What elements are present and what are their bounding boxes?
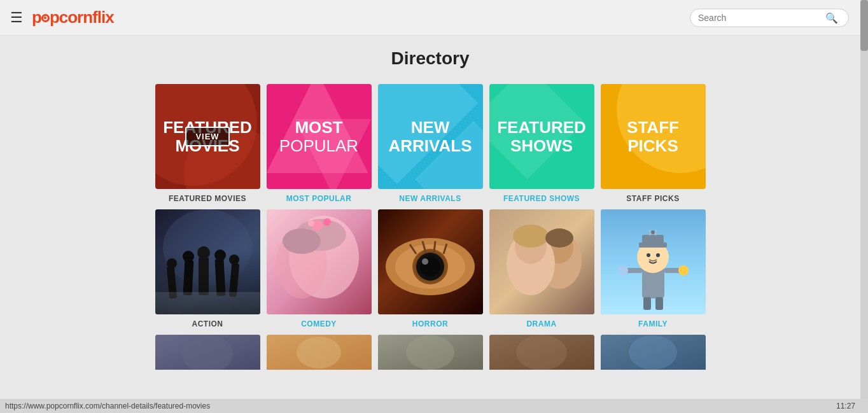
status-bar-url: https://www.popcornflix.com/channel-deta… (5, 402, 210, 410)
most-popular-text: MOSTPOPULAR (274, 113, 363, 160)
action-figures (162, 251, 254, 302)
top-category-grid: VIEW FEATUREDMOVIES FEATURED MOVIES MOST… (89, 84, 771, 203)
svg-rect-12 (155, 292, 260, 314)
svg-point-7 (197, 246, 210, 259)
svg-point-54 (656, 253, 660, 257)
genre-tile-comedy[interactable] (267, 209, 372, 314)
drama-label: DRAMA (526, 319, 556, 328)
new-arrivals-label: NEW ARRIVALS (399, 194, 461, 203)
bottom-tile-4-svg (489, 335, 594, 370)
featured-shows-label: FEATURED SHOWS (503, 194, 580, 203)
bottom-card-4[interactable] (489, 335, 594, 370)
svg-line-30 (434, 241, 435, 253)
status-bar: https://www.popcornflix.com/channel-deta… (0, 399, 868, 413)
logo-pcorn: pcornflix (50, 8, 114, 27)
logo-o1-circle (41, 14, 50, 22)
svg-rect-2 (166, 267, 176, 299)
bottom-card-3[interactable] (378, 335, 483, 370)
genre-photo-grid: ACTION (89, 209, 771, 328)
svg-point-27 (422, 258, 428, 265)
svg-rect-10 (228, 263, 239, 297)
svg-point-9 (214, 249, 226, 261)
header: ☰ ppcornflix 🔍 (0, 0, 868, 36)
search-input[interactable] (698, 13, 825, 23)
category-card-most-popular[interactable]: MOSTPOPULAR MOST POPULAR (267, 84, 372, 203)
featured-movies-label: FEATURED MOVIES (169, 194, 246, 203)
svg-point-46 (651, 230, 655, 234)
horror-image-svg (378, 209, 483, 314)
logo-text: ppcornflix (32, 8, 114, 27)
view-overlay: VIEW (185, 127, 229, 146)
bottom-tile-1-svg (155, 335, 260, 370)
genre-card-family[interactable]: FAMILY (601, 209, 706, 328)
bottom-tile-3[interactable] (378, 335, 483, 370)
genre-tile-action[interactable] (155, 209, 260, 314)
bottom-card-5[interactable] (601, 335, 706, 370)
search-container: 🔍 (690, 8, 849, 27)
action-label: ACTION (192, 319, 223, 328)
bottom-tile-2[interactable] (267, 335, 372, 370)
search-icon: 🔍 (825, 11, 838, 24)
status-bar-time: 11:27 (836, 402, 855, 410)
genre-tile-horror[interactable] (378, 209, 483, 314)
category-card-featured-movies[interactable]: VIEW FEATUREDMOVIES FEATURED MOVIES (155, 84, 260, 203)
category-tile-featured-movies[interactable]: VIEW FEATUREDMOVIES (155, 84, 260, 189)
svg-rect-6 (199, 257, 209, 295)
svg-point-17 (283, 228, 321, 254)
genre-tile-drama[interactable] (489, 209, 594, 314)
category-tile-staff-picks[interactable]: STAFFPICKS (601, 84, 706, 189)
staff-picks-label: STAFF PICKS (626, 194, 679, 203)
bottom-row-grid (89, 335, 771, 370)
comedy-label: COMEDY (301, 319, 337, 328)
category-tile-featured-shows[interactable]: FEATUREDSHOWS (489, 84, 594, 189)
new-arrivals-text: NEWARRIVALS (384, 113, 477, 160)
staff-picks-text: STAFFPICKS (622, 113, 684, 160)
svg-point-37 (513, 225, 549, 248)
svg-point-3 (167, 258, 177, 269)
category-card-new-arrivals[interactable]: NEWARRIVALS NEW ARRIVALS (378, 84, 483, 203)
svg-point-11 (229, 255, 239, 265)
svg-rect-43 (642, 235, 664, 246)
svg-point-64 (629, 335, 677, 370)
category-tile-new-arrivals[interactable]: NEWARRIVALS (378, 84, 483, 189)
main-content: Directory VIEW FEATUREDMOVIES FEATURED M… (0, 36, 860, 389)
svg-rect-51 (643, 297, 651, 310)
hamburger-menu-icon[interactable]: ☰ (10, 10, 23, 26)
genre-card-comedy[interactable]: COMEDY (267, 209, 372, 328)
scrollbar-thumb[interactable] (860, 0, 868, 51)
bottom-tile-5[interactable] (601, 335, 706, 370)
svg-point-19 (323, 218, 331, 226)
logo-p: p (32, 8, 41, 27)
action-silhouette-svg (155, 209, 260, 314)
bottom-tile-1[interactable] (155, 335, 260, 370)
family-image-svg (601, 209, 706, 314)
category-tile-most-popular[interactable]: MOSTPOPULAR (267, 84, 372, 189)
bottom-card-2[interactable] (267, 335, 372, 370)
scrollbar[interactable] (860, 0, 868, 413)
svg-point-5 (183, 251, 194, 262)
svg-rect-4 (183, 260, 193, 296)
genre-card-action[interactable]: ACTION (155, 209, 260, 328)
bottom-card-1[interactable] (155, 335, 260, 370)
svg-rect-8 (214, 259, 225, 297)
bottom-tile-4[interactable] (489, 335, 594, 370)
logo[interactable]: ppcornflix (32, 8, 114, 27)
bottom-tile-5-svg (601, 335, 706, 370)
genre-tile-family[interactable] (601, 209, 706, 314)
genre-card-horror[interactable]: HORROR (378, 209, 483, 328)
drama-image-svg (489, 209, 594, 314)
genre-card-drama[interactable]: DRAMA (489, 209, 594, 328)
category-card-staff-picks[interactable]: STAFFPICKS STAFF PICKS (601, 84, 706, 203)
svg-point-18 (312, 220, 323, 230)
category-card-featured-shows[interactable]: FEATUREDSHOWS FEATURED SHOWS (489, 84, 594, 203)
most-popular-label: MOST POPULAR (286, 194, 352, 203)
horror-label: HORROR (412, 319, 448, 328)
bottom-tile-3-svg (378, 335, 483, 370)
family-label: FAMILY (638, 319, 668, 328)
bottom-tile-2-svg (267, 335, 372, 370)
svg-point-49 (618, 265, 628, 276)
svg-point-50 (678, 265, 689, 276)
svg-rect-52 (655, 297, 663, 310)
svg-point-60 (406, 335, 454, 370)
page-title: Directory (89, 48, 771, 69)
